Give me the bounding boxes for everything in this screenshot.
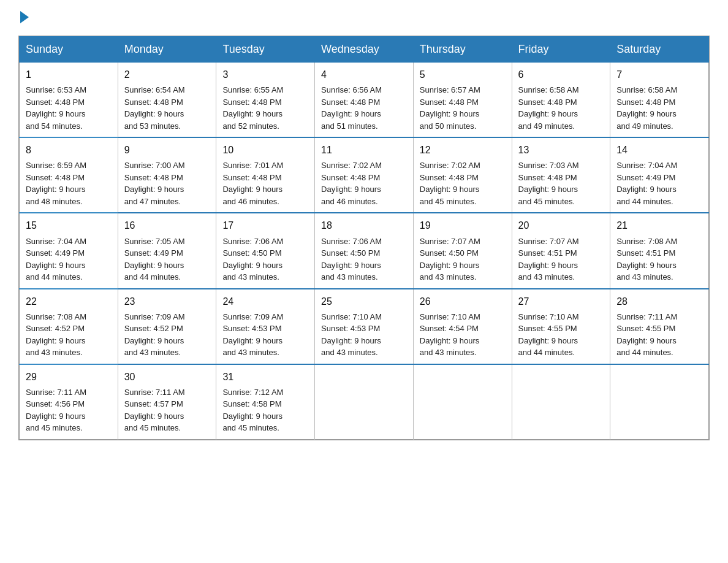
day-info: Sunrise: 6:56 AM Sunset: 4:48 PM Dayligh… bbox=[321, 84, 407, 132]
calendar-cell: 13 Sunrise: 7:03 AM Sunset: 4:48 PM Dayl… bbox=[512, 137, 610, 213]
logo-arrow-icon bbox=[20, 11, 29, 23]
day-header-tuesday: Tuesday bbox=[216, 37, 315, 63]
logo bbox=[18, 12, 29, 23]
calendar-week-row: 29 Sunrise: 7:11 AM Sunset: 4:56 PM Dayl… bbox=[20, 364, 709, 440]
calendar-cell: 10 Sunrise: 7:01 AM Sunset: 4:48 PM Dayl… bbox=[216, 137, 315, 213]
day-info: Sunrise: 6:58 AM Sunset: 4:48 PM Dayligh… bbox=[616, 84, 702, 132]
calendar-cell: 23 Sunrise: 7:09 AM Sunset: 4:52 PM Dayl… bbox=[118, 289, 216, 364]
calendar-week-row: 15 Sunrise: 7:04 AM Sunset: 4:49 PM Dayl… bbox=[20, 213, 709, 288]
day-number: 23 bbox=[124, 294, 210, 308]
day-info: Sunrise: 7:06 AM Sunset: 4:50 PM Dayligh… bbox=[321, 236, 407, 283]
calendar-cell: 24 Sunrise: 7:09 AM Sunset: 4:53 PM Dayl… bbox=[216, 289, 315, 364]
calendar-cell: 2 Sunrise: 6:54 AM Sunset: 4:48 PM Dayli… bbox=[118, 63, 216, 138]
day-number: 3 bbox=[222, 67, 308, 82]
calendar-table: SundayMondayTuesdayWednesdayThursdayFrid… bbox=[19, 36, 709, 440]
calendar-cell: 18 Sunrise: 7:06 AM Sunset: 4:50 PM Dayl… bbox=[315, 213, 414, 288]
calendar-week-row: 8 Sunrise: 6:59 AM Sunset: 4:48 PM Dayli… bbox=[20, 137, 709, 213]
calendar-cell: 3 Sunrise: 6:55 AM Sunset: 4:48 PM Dayli… bbox=[216, 63, 315, 138]
calendar-cell: 29 Sunrise: 7:11 AM Sunset: 4:56 PM Dayl… bbox=[20, 364, 118, 440]
calendar-cell: 14 Sunrise: 7:04 AM Sunset: 4:49 PM Dayl… bbox=[610, 137, 709, 213]
calendar-cell: 9 Sunrise: 7:00 AM Sunset: 4:48 PM Dayli… bbox=[118, 137, 216, 213]
calendar-week-row: 1 Sunrise: 6:53 AM Sunset: 4:48 PM Dayli… bbox=[20, 63, 709, 138]
calendar-cell: 6 Sunrise: 6:58 AM Sunset: 4:48 PM Dayli… bbox=[512, 63, 610, 138]
calendar-cell: 20 Sunrise: 7:07 AM Sunset: 4:51 PM Dayl… bbox=[512, 213, 610, 288]
day-number: 7 bbox=[616, 67, 702, 82]
calendar-cell: 16 Sunrise: 7:05 AM Sunset: 4:49 PM Dayl… bbox=[118, 213, 216, 288]
day-number: 16 bbox=[124, 218, 210, 232]
day-info: Sunrise: 6:58 AM Sunset: 4:48 PM Dayligh… bbox=[518, 84, 604, 132]
day-info: Sunrise: 7:09 AM Sunset: 4:52 PM Dayligh… bbox=[124, 311, 210, 359]
calendar-cell: 21 Sunrise: 7:08 AM Sunset: 4:51 PM Dayl… bbox=[610, 213, 709, 288]
day-number: 29 bbox=[26, 370, 112, 384]
calendar-cell: 8 Sunrise: 6:59 AM Sunset: 4:48 PM Dayli… bbox=[20, 137, 118, 213]
day-header-wednesday: Wednesday bbox=[315, 37, 414, 63]
day-number: 14 bbox=[616, 143, 702, 157]
day-number: 25 bbox=[321, 294, 407, 308]
day-info: Sunrise: 7:01 AM Sunset: 4:48 PM Dayligh… bbox=[222, 159, 308, 207]
day-info: Sunrise: 7:11 AM Sunset: 4:55 PM Dayligh… bbox=[616, 311, 702, 359]
day-info: Sunrise: 6:53 AM Sunset: 4:48 PM Dayligh… bbox=[26, 84, 112, 132]
calendar-cell: 4 Sunrise: 6:56 AM Sunset: 4:48 PM Dayli… bbox=[315, 63, 414, 138]
calendar-cell: 1 Sunrise: 6:53 AM Sunset: 4:48 PM Dayli… bbox=[20, 63, 118, 138]
calendar-container: SundayMondayTuesdayWednesdayThursdayFrid… bbox=[18, 36, 710, 440]
calendar-cell: 31 Sunrise: 7:12 AM Sunset: 4:58 PM Dayl… bbox=[216, 364, 315, 440]
calendar-cell: 30 Sunrise: 7:11 AM Sunset: 4:57 PM Dayl… bbox=[118, 364, 216, 440]
calendar-cell: 15 Sunrise: 7:04 AM Sunset: 4:49 PM Dayl… bbox=[20, 213, 118, 288]
day-number: 8 bbox=[26, 143, 112, 157]
calendar-cell bbox=[315, 364, 414, 440]
calendar-cell: 12 Sunrise: 7:02 AM Sunset: 4:48 PM Dayl… bbox=[413, 137, 512, 213]
day-number: 12 bbox=[420, 143, 506, 157]
day-info: Sunrise: 7:07 AM Sunset: 4:50 PM Dayligh… bbox=[420, 236, 506, 283]
day-info: Sunrise: 6:54 AM Sunset: 4:48 PM Dayligh… bbox=[124, 84, 210, 132]
calendar-cell bbox=[610, 364, 709, 440]
day-number: 26 bbox=[420, 294, 506, 308]
calendar-cell: 28 Sunrise: 7:11 AM Sunset: 4:55 PM Dayl… bbox=[610, 289, 709, 364]
day-info: Sunrise: 7:06 AM Sunset: 4:50 PM Dayligh… bbox=[222, 236, 308, 283]
day-number: 17 bbox=[222, 218, 308, 232]
day-number: 10 bbox=[222, 143, 308, 157]
calendar-cell: 5 Sunrise: 6:57 AM Sunset: 4:48 PM Dayli… bbox=[413, 63, 512, 138]
calendar-cell: 7 Sunrise: 6:58 AM Sunset: 4:48 PM Dayli… bbox=[610, 63, 709, 138]
day-info: Sunrise: 7:05 AM Sunset: 4:49 PM Dayligh… bbox=[124, 236, 210, 283]
day-number: 4 bbox=[321, 67, 407, 82]
day-header-monday: Monday bbox=[118, 37, 216, 63]
calendar-cell: 19 Sunrise: 7:07 AM Sunset: 4:50 PM Dayl… bbox=[413, 213, 512, 288]
day-info: Sunrise: 6:59 AM Sunset: 4:48 PM Dayligh… bbox=[26, 159, 112, 207]
day-header-thursday: Thursday bbox=[413, 37, 512, 63]
calendar-cell: 27 Sunrise: 7:10 AM Sunset: 4:55 PM Dayl… bbox=[512, 289, 610, 364]
day-info: Sunrise: 7:03 AM Sunset: 4:48 PM Dayligh… bbox=[518, 159, 604, 207]
day-header-friday: Friday bbox=[512, 37, 610, 63]
day-info: Sunrise: 7:10 AM Sunset: 4:53 PM Dayligh… bbox=[321, 311, 407, 359]
day-info: Sunrise: 7:07 AM Sunset: 4:51 PM Dayligh… bbox=[518, 236, 604, 283]
day-number: 31 bbox=[222, 370, 308, 384]
day-info: Sunrise: 7:04 AM Sunset: 4:49 PM Dayligh… bbox=[616, 159, 702, 207]
day-info: Sunrise: 7:12 AM Sunset: 4:58 PM Dayligh… bbox=[222, 386, 308, 434]
day-number: 18 bbox=[321, 218, 407, 232]
calendar-week-row: 22 Sunrise: 7:08 AM Sunset: 4:52 PM Dayl… bbox=[20, 289, 709, 364]
day-info: Sunrise: 6:55 AM Sunset: 4:48 PM Dayligh… bbox=[222, 84, 308, 132]
page-header bbox=[18, 12, 710, 23]
calendar-header-row: SundayMondayTuesdayWednesdayThursdayFrid… bbox=[20, 37, 709, 63]
day-number: 28 bbox=[616, 294, 702, 308]
day-header-sunday: Sunday bbox=[20, 37, 118, 63]
day-number: 15 bbox=[26, 218, 112, 232]
calendar-cell bbox=[512, 364, 610, 440]
calendar-cell bbox=[413, 364, 512, 440]
day-info: Sunrise: 7:09 AM Sunset: 4:53 PM Dayligh… bbox=[222, 311, 308, 359]
day-info: Sunrise: 7:10 AM Sunset: 4:54 PM Dayligh… bbox=[420, 311, 506, 359]
day-number: 27 bbox=[518, 294, 604, 308]
day-info: Sunrise: 7:10 AM Sunset: 4:55 PM Dayligh… bbox=[518, 311, 604, 359]
day-number: 13 bbox=[518, 143, 604, 157]
day-number: 9 bbox=[124, 143, 210, 157]
day-number: 5 bbox=[420, 67, 506, 82]
day-number: 24 bbox=[222, 294, 308, 308]
calendar-cell: 22 Sunrise: 7:08 AM Sunset: 4:52 PM Dayl… bbox=[20, 289, 118, 364]
calendar-cell: 26 Sunrise: 7:10 AM Sunset: 4:54 PM Dayl… bbox=[413, 289, 512, 364]
day-number: 19 bbox=[420, 218, 506, 232]
calendar-cell: 25 Sunrise: 7:10 AM Sunset: 4:53 PM Dayl… bbox=[315, 289, 414, 364]
day-number: 6 bbox=[518, 67, 604, 82]
day-info: Sunrise: 7:02 AM Sunset: 4:48 PM Dayligh… bbox=[420, 159, 506, 207]
day-info: Sunrise: 7:02 AM Sunset: 4:48 PM Dayligh… bbox=[321, 159, 407, 207]
day-info: Sunrise: 7:11 AM Sunset: 4:57 PM Dayligh… bbox=[124, 386, 210, 434]
day-number: 20 bbox=[518, 218, 604, 232]
